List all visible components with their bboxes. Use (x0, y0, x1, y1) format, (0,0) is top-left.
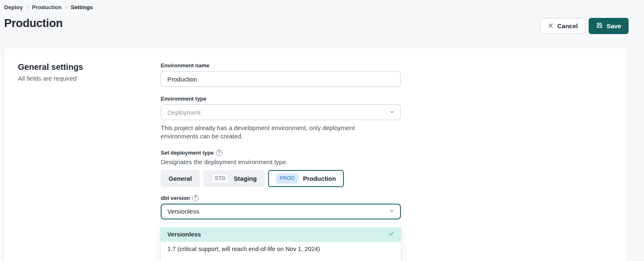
deployment-type-general-button[interactable]: General (161, 170, 200, 187)
breadcrumb: Deploy / Production / Settings (4, 4, 629, 10)
save-button[interactable]: Save (589, 18, 629, 34)
dbt-version-dropdown: Versionless 1.7 (critical support, will … (161, 224, 401, 261)
environment-name-input[interactable] (161, 71, 401, 87)
environment-type-label-text: Environment type (161, 96, 206, 102)
page-title: Production (4, 17, 629, 30)
dbt-version-select[interactable]: Versionless (161, 204, 401, 219)
dropdown-option-label: 1.7 (critical support, will reach end-of… (167, 246, 320, 252)
dropdown-option-versionless[interactable]: Versionless (161, 227, 401, 242)
cancel-button[interactable]: Cancel (540, 18, 585, 34)
dbt-version-value: Versionless (167, 208, 199, 215)
environment-type-label: Environment type (161, 96, 401, 102)
deployment-type-description: Designates the deployment environment ty… (161, 158, 401, 165)
breadcrumb-separator: / (65, 4, 67, 10)
dropdown-option-label: Versionless (167, 231, 201, 238)
environment-name-label: Environment name (161, 62, 401, 69)
deployment-type-staging-label: Staging (234, 175, 257, 182)
chevron-down-icon (389, 208, 395, 215)
breadcrumb-separator: / (27, 4, 28, 10)
section-intro: General settings All fields are required (18, 62, 161, 219)
deployment-type-production-button[interactable]: PROD Production (268, 170, 344, 187)
deployment-type-options: General STG Staging PROD Production (161, 170, 401, 187)
dbt-version-label: dbt version ? (161, 195, 401, 201)
environment-type-value: Deployment (167, 109, 201, 116)
save-button-label: Save (607, 22, 621, 30)
chevron-down-icon (389, 109, 395, 116)
environment-type-select[interactable]: Deployment (161, 104, 401, 120)
dbt-version-label-text: dbt version (161, 195, 190, 201)
header-actions: Cancel Save (540, 18, 629, 34)
checkmark-icon (388, 231, 394, 238)
deployment-type-production-label: Production (303, 175, 336, 182)
floppy-disk-icon (596, 22, 603, 30)
page-header: Deploy / Production / Settings Productio… (0, 0, 644, 30)
general-settings-card: General settings All fields are required… (3, 48, 628, 261)
dropdown-option-1-7[interactable]: 1.7 (critical support, will reach end-of… (161, 242, 401, 256)
cancel-button-label: Cancel (557, 22, 578, 30)
section-heading: General settings (18, 62, 161, 72)
help-circle-icon[interactable]: ? (216, 150, 222, 156)
close-icon (547, 22, 554, 30)
deployment-type-label: Set deployment type ? (161, 150, 401, 156)
breadcrumb-settings: Settings (71, 4, 93, 10)
deployment-type-staging-button[interactable]: STG Staging (203, 170, 265, 187)
section-subheading: All fields are required (18, 75, 161, 82)
deployment-type-label-text: Set deployment type (161, 150, 214, 156)
breadcrumb-production[interactable]: Production (32, 4, 62, 10)
settings-form: Environment name Environment type Deploy… (161, 62, 401, 219)
environment-name-label-text: Environment name (161, 62, 209, 69)
help-circle-icon[interactable]: ? (192, 195, 199, 201)
dropdown-option-1-6[interactable]: 1.6 (critical support, will reach end-of… (161, 256, 401, 261)
breadcrumb-deploy[interactable]: Deploy (4, 4, 23, 10)
deployment-type-general-label: General (169, 175, 192, 182)
environment-type-helper: This project already has a development e… (161, 124, 390, 141)
prod-badge: PROD (276, 173, 298, 184)
stg-badge: STG (211, 173, 229, 184)
